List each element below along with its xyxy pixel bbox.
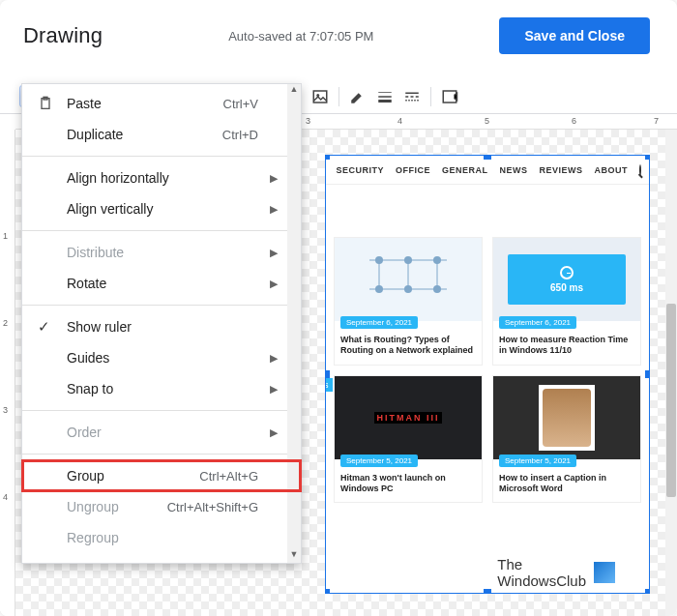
clock-icon [560,266,574,279]
format-options-icon[interactable] [437,84,462,109]
resize-handle[interactable] [645,155,650,160]
menu-item-label: Rotate [67,276,106,291]
menu-paste[interactable]: Paste Ctrl+V [22,88,301,119]
vertical-scrollbar[interactable] [665,130,677,616]
ruler-tick: 4 [397,116,402,126]
scrollbar-thumb[interactable] [666,304,676,497]
menu-shortcut: Ctrl+D [222,128,258,142]
submenu-arrow-icon: ▶ [270,172,278,185]
date-badge: September 6, 2021 [340,316,418,329]
ruler-tick: 4 [3,492,8,502]
menu-regroup: Regroup [22,522,301,553]
menu-shortcut: Ctrl+Alt+G [199,469,258,484]
image-tool-icon[interactable] [308,84,333,109]
menu-group[interactable]: Group Ctrl+Alt+G [22,460,301,491]
ruler-tick: 3 [306,116,310,126]
check-icon: ✓ [38,318,50,336]
selected-image-object[interactable]: DOWNLOADS SECURITY OFFICE GENERAL NEWS R… [325,155,650,594]
resize-handle[interactable] [325,370,330,378]
menu-item-label: Align vertically [67,201,153,217]
toolbar-separator [338,87,339,106]
autosave-status: Auto-saved at 7:07:05 PM [228,29,373,44]
menu-show-ruler[interactable]: ✓ Show ruler [22,311,301,342]
resize-handle[interactable] [645,370,650,378]
resize-handle[interactable] [325,589,330,594]
save-and-close-button[interactable]: Save and Close [499,17,650,54]
dialog-title: Drawing [23,23,103,48]
menu-duplicate[interactable]: Duplicate Ctrl+D [22,119,301,150]
svg-point-12 [375,256,383,264]
date-badge: September 6, 2021 [499,316,576,329]
watermark-square-icon [594,562,615,583]
reaction-ms: 650 ms [550,282,583,293]
menu-align-horizontally[interactable]: Align horizontally▶ [22,162,301,193]
menu-item-label: Distribute [67,245,124,260]
ruler-tick: 6 [572,116,576,126]
menu-distribute: Distribute▶ [22,237,301,268]
submenu-arrow-icon: ▶ [270,383,278,396]
article-card: September 5, 2021 How to insert a Captio… [492,375,641,504]
dialog-header: Drawing Auto-saved at 7:07:05 PM Save an… [0,0,677,54]
site-nav: DOWNLOADS SECURITY OFFICE GENERAL NEWS R… [326,156,649,185]
date-badge: September 5, 2021 [340,455,418,467]
watermark-logo: The WindowsClub [497,556,615,589]
ruler-tick: 7 [654,116,659,126]
cat-photo [543,389,591,447]
nav-about: ABOUT [595,165,629,175]
menu-separator [22,454,301,455]
menu-shortcut: Ctrl+Alt+Shift+G [167,500,258,514]
menu-item-label: Guides [67,350,109,366]
article-card: September 6, 2021 What is Routing? Types… [334,237,483,366]
ruler-tick: 1 [3,231,8,241]
menu-item-label: Regroup [67,530,119,545]
menu-separator [22,156,301,157]
embedded-webpage: DOWNLOADS SECURITY OFFICE GENERAL NEWS R… [326,156,649,503]
border-dash-icon[interactable] [399,84,425,109]
nav-security: SECURITY [336,165,384,175]
watermark-text: WindowsClub [497,572,586,589]
menu-separator [22,410,301,411]
menu-ungroup: Ungroup Ctrl+Alt+Shift+G [22,491,301,522]
date-badge: September 5, 2021 [499,455,576,467]
menu-item-label: Order [67,425,102,440]
menu-snap-to[interactable]: Snap to▶ [22,373,301,404]
actions-menu: ▲ ▼ Paste Ctrl+V Duplicate Ctrl+D Align … [21,83,302,564]
menu-separator [22,230,301,231]
svg-point-17 [433,285,441,293]
paste-icon [38,96,53,111]
resize-handle[interactable] [484,589,491,594]
menu-order: Order▶ [22,417,301,448]
submenu-arrow-icon: ▶ [270,247,278,259]
article-card: HITMAN III September 5, 2021 Hitman 3 wo… [334,375,483,504]
svg-point-13 [404,256,412,264]
svg-rect-4 [313,91,327,103]
toolbar-separator [430,87,431,106]
resize-handle[interactable] [325,155,330,160]
menu-guides[interactable]: Guides▶ [22,342,301,373]
search-icon [639,164,641,176]
nav-office: OFFICE [396,165,430,175]
submenu-arrow-icon: ▶ [270,203,278,216]
ruler-tick: 5 [485,116,489,126]
cropped-tab: ytes [325,378,333,392]
submenu-arrow-icon: ▶ [270,426,278,439]
article-card: 650 ms September 6, 2021 How to measure … [492,237,641,366]
menu-item-label: Paste [67,96,102,111]
submenu-arrow-icon: ▶ [270,278,278,290]
nav-reviews: REVIEWS [539,165,582,175]
menu-item-label: Ungroup [67,499,119,514]
resize-handle[interactable] [484,155,491,160]
border-weight-icon[interactable] [372,84,397,109]
hitman-logo: HITMAN III [374,412,441,424]
menu-item-label: Duplicate [67,127,123,142]
watermark-text: The [497,556,586,572]
svg-point-14 [433,256,441,264]
menu-rotate[interactable]: Rotate▶ [22,268,301,299]
menu-item-label: Snap to [67,381,113,396]
border-color-icon[interactable] [345,84,370,109]
submenu-arrow-icon: ▶ [270,352,278,365]
resize-handle[interactable] [645,589,650,594]
nav-general: GENERAL [442,165,488,175]
menu-align-vertically[interactable]: Align vertically▶ [22,193,301,224]
vertical-ruler: 1 2 3 4 [0,130,15,616]
